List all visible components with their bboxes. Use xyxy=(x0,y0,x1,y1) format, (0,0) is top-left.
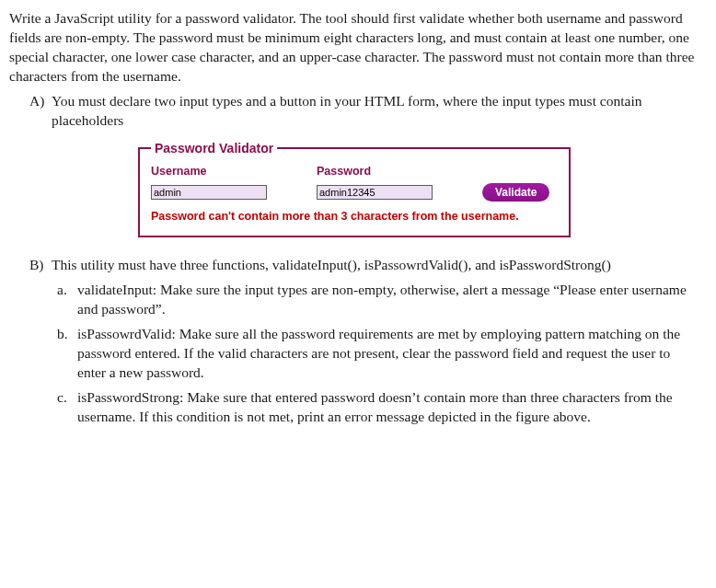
subletter-a: a. xyxy=(57,281,67,300)
subletter-b: b. xyxy=(57,325,68,344)
validate-button[interactable]: Validate xyxy=(482,183,549,202)
subitem-b: b. isPassowrdValid: Make sure all the pa… xyxy=(77,325,699,383)
list-letter-b: B) xyxy=(29,256,44,275)
password-label: Password xyxy=(317,164,473,179)
list-item-a: A) You must declare two input types and … xyxy=(9,92,699,131)
username-input[interactable] xyxy=(151,185,267,200)
error-message: Password can't contain more than 3 chara… xyxy=(151,209,558,225)
username-label: Username xyxy=(151,164,307,179)
list-text-a: You must declare two input types and a b… xyxy=(52,93,641,128)
subitem-a: a. validateInput: Make sure the input ty… xyxy=(77,281,699,319)
sublist: a. validateInput: Make sure the input ty… xyxy=(9,281,699,426)
form-figure: Password Validator Username Password Val… xyxy=(9,140,699,238)
subtext-a: validateInput: Make sure the input types… xyxy=(77,282,687,317)
list-text-b: This utility must have three functions, … xyxy=(52,257,611,272)
list-item-b: B) This utility must have three function… xyxy=(9,256,699,275)
list-letter-a: A) xyxy=(29,92,44,111)
subtext-c: isPasswordStrong: Make sure that entered… xyxy=(77,389,673,424)
password-input[interactable] xyxy=(317,185,433,200)
subtext-b: isPassowrdValid: Make sure all the passw… xyxy=(77,326,680,380)
subitem-c: c. isPasswordStrong: Make sure that ente… xyxy=(77,388,699,427)
password-validator-fieldset: Password Validator Username Password Val… xyxy=(138,140,571,238)
fieldset-legend: Password Validator xyxy=(151,140,277,157)
subletter-c: c. xyxy=(57,388,67,408)
intro-paragraph: Write a JavaScript utility for a passwor… xyxy=(9,9,699,86)
